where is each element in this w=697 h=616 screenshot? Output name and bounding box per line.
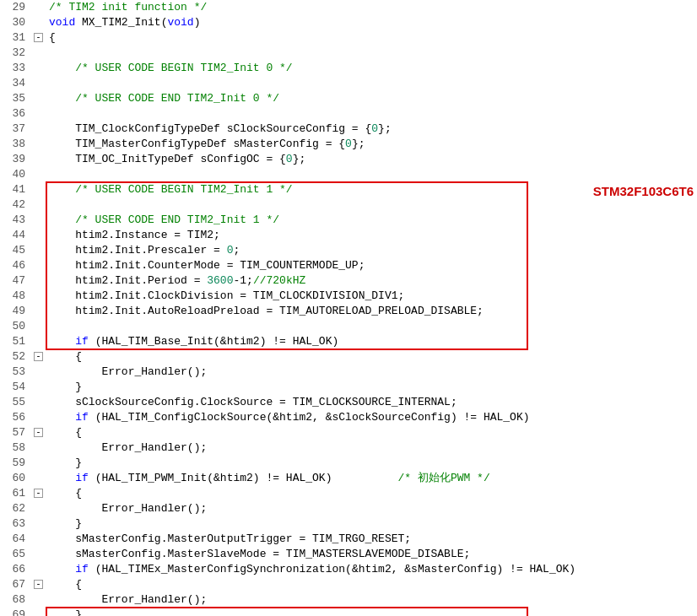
code-token: htim2.Init.ClockDivision = TIM_CLOCKDIVI… (75, 289, 404, 302)
line-number: 51 (3, 334, 25, 349)
line-number: 59 (3, 456, 25, 471)
code-token: Error_Handler(); (101, 502, 207, 515)
chip-label: STM32F103C6T6 (593, 184, 694, 198)
fold-indicator[interactable]: - (34, 352, 43, 361)
line-number: 64 (3, 532, 25, 547)
code-line: /* USER CODE BEGIN TIM2_Init 0 */ (46, 61, 697, 76)
code-line: htim2.Init.CounterMode = TIM_COUNTERMODE… (46, 258, 697, 273)
code-token: Error_Handler(); (101, 593, 207, 606)
fold-indicator[interactable]: - (34, 33, 43, 42)
code-line: htim2.Init.Period = 3600-1;//720kHZ (46, 273, 697, 289)
code-line: /* TIM2 init function */ (46, 0, 697, 15)
code-token: TIM_MasterConfigTypeDef sMasterConfig = … (75, 138, 345, 150)
code-token: htim2.Init.Period = (75, 274, 207, 287)
code-line: void MX_TIM2_Init(void) (46, 15, 697, 30)
gutter: ------ (32, 0, 46, 616)
code-token: } (75, 517, 82, 530)
line-number: 30 (3, 15, 25, 30)
line-numbers: 2930313233343536373839404142434445464748… (0, 0, 32, 616)
code-token: { (75, 426, 82, 439)
code-line: TIM_OC_InitTypeDef sConfigOC = {0}; (46, 152, 697, 167)
code-token: void (49, 16, 75, 29)
line-number: 50 (3, 319, 25, 334)
line-number: 58 (3, 440, 25, 456)
line-number: 60 (3, 471, 25, 486)
code-token: //720kHZ (253, 274, 305, 287)
code-line: } (46, 456, 697, 471)
fold-indicator[interactable]: - (34, 580, 43, 589)
code-line: Error_Handler(); (46, 365, 697, 380)
line-number: 68 (3, 592, 25, 608)
code-line: Error_Handler(); (46, 501, 697, 516)
line-number: 43 (3, 213, 25, 228)
code-line: if (HAL_TIMEx_MasterConfigSynchronizatio… (46, 562, 697, 577)
code-token: (HAL_TIM_PWM_Init(&htim2) != HAL_OK) (89, 472, 398, 484)
line-number: 39 (3, 152, 25, 167)
code-line: } (46, 608, 697, 616)
code-token: sClockSourceConfig.ClockSource = TIM_CLO… (75, 396, 457, 408)
code-line: sClockSourceConfig.ClockSource = TIM_CLO… (46, 395, 697, 410)
code-token: /* USER CODE BEGIN TIM2_Init 0 */ (75, 62, 292, 74)
line-number: 33 (3, 61, 25, 76)
code-line: { (46, 30, 697, 46)
line-number: 48 (3, 289, 25, 304)
code-line: htim2.Init.AutoReloadPreload = TIM_AUTOR… (46, 304, 697, 319)
line-number: 46 (3, 258, 25, 273)
code-token: (HAL_TIMEx_MasterConfigSynchronization(&… (89, 563, 575, 575)
line-number: 66 (3, 562, 25, 577)
code-token: (HAL_TIM_Base_Init(&htim2) != HAL_OK) (89, 335, 338, 348)
code-token: }; (293, 153, 306, 165)
code-token: } (75, 457, 82, 469)
fold-indicator[interactable]: - (34, 428, 43, 437)
code-line: { (46, 577, 697, 592)
code-token: -1; (233, 274, 252, 287)
code-token: }; (378, 122, 392, 135)
line-number: 37 (3, 122, 25, 137)
line-number: 65 (3, 547, 25, 562)
code-token: TIM_OC_InitTypeDef sConfigOC = { (75, 153, 286, 165)
line-number: 29 (3, 0, 25, 15)
code-line: htim2.Init.Prescaler = 0; (46, 243, 697, 258)
code-token: htim2.Init.CounterMode = TIM_COUNTERMODE… (75, 259, 365, 272)
line-number: 49 (3, 304, 25, 319)
line-number: 47 (3, 273, 25, 289)
code-token: MX_TIM2_Init( (75, 16, 167, 29)
line-number: 45 (3, 243, 25, 258)
line-number: 42 (3, 197, 25, 213)
code-token: Error_Handler(); (101, 365, 207, 378)
code-line: { (46, 425, 697, 440)
code-line: Error_Handler(); (46, 592, 697, 608)
code-token: if (75, 472, 89, 484)
line-number: 34 (3, 76, 25, 91)
code-line: } (46, 380, 697, 395)
code-line: sMasterConfig.MasterSlaveMode = TIM_MAST… (46, 547, 697, 562)
code-line: { (46, 486, 697, 501)
code-line: htim2.Instance = TIM2; (46, 228, 697, 243)
code-line: sMasterConfig.MasterOutputTrigger = TIM_… (46, 532, 697, 547)
code-token: (HAL_TIM_ConfigClockSource(&htim2, &sClo… (89, 411, 530, 424)
code-line: { (46, 349, 697, 365)
code-token: /* 初始化PWM */ (398, 472, 490, 484)
line-number: 67 (3, 577, 25, 592)
line-number: 38 (3, 137, 25, 152)
code-token: htim2.Init.AutoReloadPreload = TIM_AUTOR… (75, 305, 484, 317)
line-number: 40 (3, 167, 25, 182)
code-area[interactable]: /* TIM2 init function */void MX_TIM2_Ini… (46, 0, 697, 616)
line-number: 36 (3, 106, 25, 122)
fold-indicator[interactable]: - (34, 489, 43, 498)
code-line: /* USER CODE END TIM2_Init 1 */ (46, 213, 697, 228)
code-line (46, 167, 697, 182)
code-line (46, 76, 697, 91)
code-token: ) (194, 16, 201, 29)
code-token: { (49, 31, 56, 44)
code-line (46, 46, 697, 61)
code-token: sMasterConfig.MasterOutputTrigger = TIM_… (75, 532, 411, 545)
code-token: /* USER CODE END TIM2_Init 1 */ (75, 213, 279, 226)
code-token: 3600 (207, 274, 233, 287)
line-number: 61 (3, 486, 25, 501)
code-token: /* USER CODE BEGIN TIM2_Init 1 */ (75, 183, 292, 196)
line-number: 62 (3, 501, 25, 516)
line-number: 57 (3, 425, 25, 440)
code-line (46, 106, 697, 122)
code-token: TIM_ClockConfigTypeDef sClockSourceConfi… (75, 122, 371, 135)
